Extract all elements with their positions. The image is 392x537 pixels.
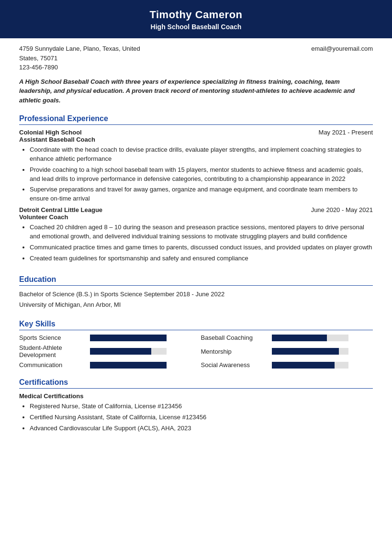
skill-bar-bg <box>90 362 167 369</box>
skill-bar-bg <box>272 362 348 369</box>
job-2-bullets: Coached 20 children aged 8 – 10 during t… <box>19 223 373 263</box>
job-1-bullets: Coordinate with the head coach to devise… <box>19 145 373 203</box>
skill-sports-science: Sports Science <box>19 334 191 341</box>
list-item: Supervise preparations and travel for aw… <box>30 185 373 203</box>
skill-bar-fill <box>272 335 327 341</box>
skill-label: Student-Athlete Development <box>19 344 86 358</box>
summary-section: A High School Baseball Coach with three … <box>0 72 392 110</box>
skill-mentorship: Mentorship <box>201 344 373 358</box>
job-2-role: Volunteer Coach <box>19 213 373 221</box>
skill-label: Social Awareness <box>201 361 268 369</box>
job-2-date: June 2020 - May 2021 <box>311 206 373 213</box>
edu-school: University of Michigan, Ann Arbor, MI <box>19 300 373 310</box>
cert-list: Registered Nurse, State of California, L… <box>19 402 373 433</box>
contact-right: email@youremail.com <box>311 44 373 72</box>
phone: 123-456-7890 <box>19 63 140 72</box>
candidate-name: Timothy Cameron <box>19 9 373 21</box>
skill-communication: Communication <box>19 361 191 369</box>
list-item: Certified Nursing Assistant, State of Ca… <box>30 413 373 422</box>
job-2-org: Detroit Central Little League <box>19 206 102 213</box>
list-item: Advanced Cardiovascular Life Support (AC… <box>30 424 373 433</box>
skill-bar-fill <box>272 348 339 355</box>
skill-bar-fill <box>90 348 151 355</box>
skills-section: Key Skills Sports Science Baseball Coach… <box>0 315 392 373</box>
skill-student-athlete: Student-Athlete Development <box>19 344 191 358</box>
list-item: Communicated practice times and game tim… <box>30 243 373 252</box>
list-item: Coached 20 children aged 8 – 10 during t… <box>30 223 373 241</box>
skill-label: Mentorship <box>201 348 268 355</box>
edu-degree: Bachelor of Science (B.S.) in Sports Sci… <box>19 290 373 299</box>
experience-section-title: Professional Experience <box>19 114 373 125</box>
skill-baseball-coaching: Baseball Coaching <box>201 334 373 341</box>
skill-bar-bg <box>272 348 348 355</box>
cert-subheading: Medical Certifications <box>19 392 373 400</box>
skill-label: Communication <box>19 361 86 369</box>
job-1: Colonial High School May 2021 - Present … <box>19 129 373 203</box>
contact-section: 4759 Sunnydale Lane, Plano, Texas, Unite… <box>0 38 392 72</box>
email: email@youremail.com <box>311 44 373 54</box>
skill-bar-bg <box>272 335 348 341</box>
list-item: Coordinate with the head coach to devise… <box>30 145 373 164</box>
list-item: Provide coaching to a high school baseba… <box>30 166 373 184</box>
job-1-org: Colonial High School <box>19 129 82 136</box>
job-1-role: Assistant Baseball Coach <box>19 136 373 143</box>
list-item: Registered Nurse, State of California, L… <box>30 402 373 411</box>
skill-bar-fill <box>90 362 167 369</box>
certifications-section-title: Certifications <box>19 378 373 389</box>
summary-text: A High School Baseball Coach with three … <box>19 77 373 105</box>
skills-section-title: Key Skills <box>19 320 373 330</box>
skills-grid: Sports Science Baseball Coaching Student… <box>19 334 373 369</box>
skill-label: Baseball Coaching <box>201 334 268 341</box>
skill-bar-fill <box>272 362 335 369</box>
skill-social-awareness: Social Awareness <box>201 361 373 369</box>
skill-bar-bg <box>90 348 167 355</box>
address-line2: States, 75071 <box>19 54 140 63</box>
job-2-header: Detroit Central Little League June 2020 … <box>19 206 373 213</box>
certifications-section: Certifications Medical Certifications Re… <box>0 373 392 441</box>
list-item: Created team guidelines for sportsmanshi… <box>30 254 373 263</box>
job-1-date: May 2021 - Present <box>319 129 373 136</box>
education-section-title: Education <box>19 275 373 286</box>
resume-header: Timothy Cameron High School Baseball Coa… <box>0 0 392 38</box>
job-2: Detroit Central Little League June 2020 … <box>19 206 373 263</box>
address-line1: 4759 Sunnydale Lane, Plano, Texas, Unite… <box>19 44 140 54</box>
experience-section: Professional Experience Colonial High Sc… <box>0 110 392 270</box>
candidate-title: High School Baseball Coach <box>19 23 373 31</box>
skill-label: Sports Science <box>19 334 86 341</box>
skill-bar-fill <box>90 335 167 341</box>
skill-bar-bg <box>90 335 167 341</box>
education-section: Education Bachelor of Science (B.S.) in … <box>0 270 392 315</box>
job-1-header: Colonial High School May 2021 - Present <box>19 129 373 136</box>
contact-left: 4759 Sunnydale Lane, Plano, Texas, Unite… <box>19 44 140 72</box>
